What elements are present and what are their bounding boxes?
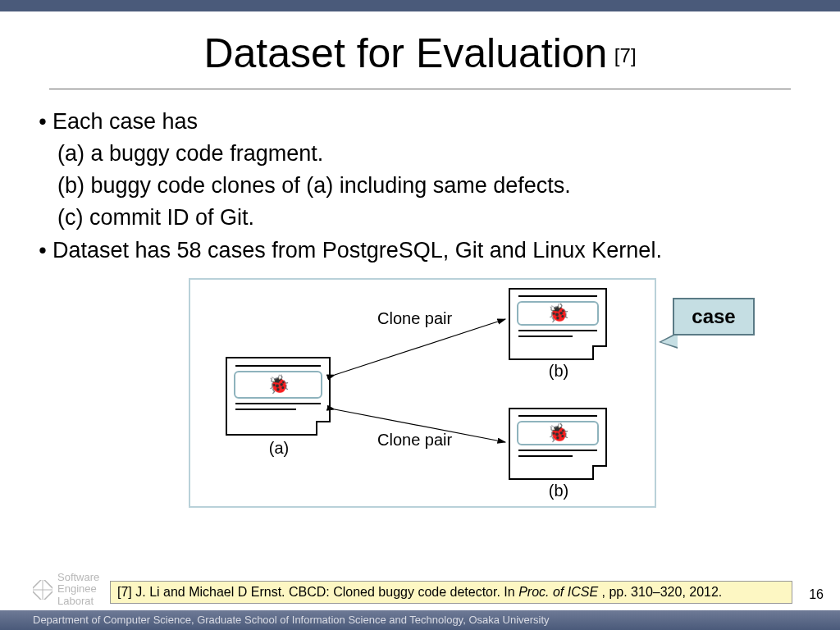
- bug-frame-b2: 🐞: [517, 421, 599, 445]
- bug-icon: 🐞: [267, 376, 290, 394]
- title-divider: [49, 89, 791, 89]
- bullet-marker: •: [33, 106, 52, 138]
- citation-venue: Proc. of ICSE: [518, 585, 601, 599]
- case-callout: case: [673, 298, 755, 336]
- clone-pair-label-top: Clone pair: [377, 309, 452, 328]
- bug-icon: 🐞: [547, 304, 569, 322]
- diagram: 🐞 (a) 🐞 (b) 🐞 (b) Clone pair Clone pair: [0, 278, 840, 524]
- sub-a: (a) a buggy code fragment.: [57, 138, 807, 170]
- title-reference: [7]: [614, 44, 637, 66]
- doc-a-label: (a): [258, 439, 299, 458]
- title-area: Dataset for Evaluation [7]: [0, 30, 840, 77]
- doc-b-bottom: 🐞: [509, 408, 607, 480]
- sub-c: (c) commit ID of Git.: [57, 202, 807, 234]
- citation-suffix: , pp. 310–320, 2012.: [602, 585, 723, 599]
- citation-box: [7] J. Li and Michael D Ernst. CBCD: Clo…: [110, 581, 792, 604]
- doc-a: 🐞: [226, 357, 331, 436]
- logo-text: Software Enginee Laborat: [57, 572, 99, 607]
- clone-pair-label-bottom: Clone pair: [377, 431, 452, 450]
- footer: Department of Computer Science, Graduate…: [0, 610, 840, 630]
- bug-frame-b1: 🐞: [517, 301, 599, 326]
- bug-frame-a: 🐞: [234, 371, 322, 399]
- logo-icon: [33, 580, 52, 600]
- bug-icon: 🐞: [547, 424, 569, 442]
- lab-logo: Software Enginee Laborat: [33, 572, 99, 607]
- top-bar: [0, 0, 840, 11]
- case-callout-tail: [661, 334, 678, 347]
- citation-prefix: [7] J. Li and Michael D Ernst. CBCD: Clo…: [117, 585, 518, 599]
- doc-b-top: 🐞: [509, 288, 607, 360]
- doc-b-top-label: (b): [538, 362, 579, 381]
- case-label: case: [692, 305, 735, 328]
- content-area: • Each case has (a) a buggy code fragmen…: [33, 106, 807, 267]
- bullet-2-text: Dataset has 58 cases from PostgreSQL, Gi…: [52, 235, 662, 267]
- page-number: 16: [809, 587, 824, 602]
- sub-b: (b) buggy code clones of (a) including s…: [57, 170, 807, 202]
- logo-line2: Enginee: [57, 583, 99, 595]
- bullet-marker: •: [33, 235, 52, 267]
- footer-text: Department of Computer Science, Graduate…: [33, 614, 550, 626]
- doc-b-bottom-label: (b): [538, 482, 579, 500]
- bullet-1-text: Each case has: [52, 106, 198, 138]
- bullet-2: • Dataset has 58 cases from PostgreSQL, …: [33, 235, 807, 267]
- logo-line1: Software: [57, 572, 99, 583]
- page-title: Dataset for Evaluation: [203, 30, 607, 76]
- logo-line3: Laborat: [57, 596, 99, 607]
- bullet-1: • Each case has: [33, 106, 807, 138]
